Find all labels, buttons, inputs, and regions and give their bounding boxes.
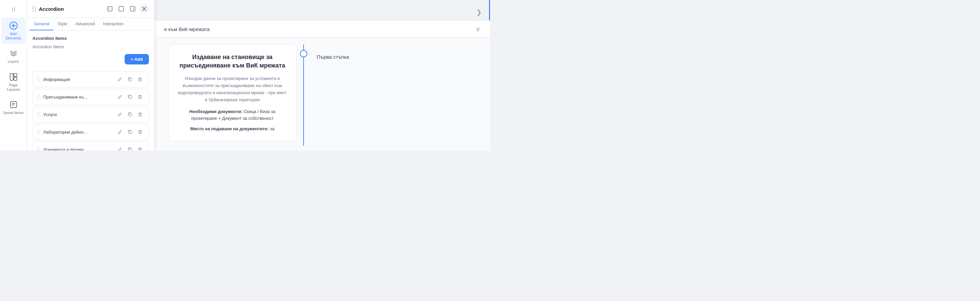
accordion-expanded-content: Издаване на становище за присъединяване … [155,38,490,150]
svg-rect-21 [139,96,142,98]
item-copy-button-5[interactable] [126,145,134,150]
card-place: Място на подаване на документите: за [177,125,288,133]
card-title: Издаване на становище за присъединяване … [177,53,288,70]
accordion-collapsed-row[interactable]: е към ВиК-мрежата ∨ [155,20,490,38]
dock-right-icon [130,6,136,12]
trash-icon [138,147,143,150]
svg-point-4 [12,11,13,11]
tab-advanced[interactable]: Advanced [71,18,99,30]
sidebar-item-add-elements[interactable]: Add Elements [2,17,25,44]
panel-actions [105,4,149,14]
add-accordion-item-button[interactable]: + Add [125,54,149,65]
item-delete-button-3[interactable] [136,110,145,119]
edit-icon [118,147,122,150]
dock-center-icon [118,6,124,12]
item-delete-button-1[interactable] [136,75,145,84]
svg-rect-27 [139,149,142,150]
tab-style[interactable]: Style [53,18,71,30]
timeline-area: Първа стъпка [296,44,349,60]
item-label-5: Документи и форму... [43,147,113,151]
edit-icon [118,95,122,99]
panel-title: Accordion [39,6,64,12]
canvas-chevron-right[interactable]: ❯ [476,8,482,16]
timeline-dot [300,50,307,57]
card-place-label: Място на подаване на документите: [190,126,269,131]
item-edit-button-1[interactable] [116,75,124,84]
drag-handle-area [2,3,25,16]
accordion-panel: Accordion [27,0,155,150]
main-canvas: ❯ е към ВиК-мрежата ∨ Издаване на станов… [155,0,490,150]
accordion-list-item: Услуги [32,106,149,122]
sidebar-item-page-layouts-label: Page Layouts [3,83,24,92]
svg-rect-11 [14,77,17,80]
panel-tabs: General Style Advanced Interaction [27,18,154,30]
item-delete-button-2[interactable] [136,92,145,101]
timeline-line [303,44,304,146]
item-copy-button-3[interactable] [126,110,134,119]
svg-rect-15 [119,6,124,11]
panel-content: Accordion Items Accordion Items + Add Ин… [27,30,154,150]
item-edit-button-3[interactable] [116,110,124,119]
panel-close-button[interactable] [140,4,149,14]
svg-rect-25 [139,131,142,134]
svg-rect-9 [10,74,13,80]
svg-rect-14 [107,6,110,11]
item-drag-handle-3[interactable] [37,112,41,117]
add-button-row: + Add [32,54,149,68]
item-copy-button-4[interactable] [126,128,134,136]
item-delete-button-5[interactable] [136,145,145,150]
item-drag-handle-5[interactable] [37,147,41,151]
item-drag-handle-1[interactable] [37,77,41,82]
sub-label: Accordion Items [32,44,149,49]
tab-general[interactable]: General [30,18,53,30]
item-drag-handle-4[interactable] [37,130,41,135]
copy-icon [128,95,132,99]
card-docs-label: Необходими документи: [189,109,243,114]
item-delete-button-4[interactable] [136,128,145,136]
panel-title-row: Accordion [32,6,64,12]
svg-rect-23 [139,113,142,116]
item-actions-1 [116,75,145,84]
svg-rect-20 [129,96,132,98]
item-edit-button-5[interactable] [116,145,124,150]
section-label: Accordion Items [32,36,149,41]
edit-icon [118,77,122,82]
copy-icon [128,147,132,150]
sidebar-item-layers[interactable]: Layers [2,45,25,67]
svg-point-5 [14,11,15,11]
saved-items-icon [9,100,18,109]
svg-point-2 [12,9,13,10]
edit-icon [118,112,122,117]
svg-rect-10 [14,74,17,77]
chevron-down-icon: ∨ [476,25,480,33]
item-copy-button-2[interactable] [126,92,134,101]
svg-point-3 [14,9,15,10]
sidebar-item-layers-label: Layers [8,59,19,64]
copy-icon [128,112,132,117]
add-elements-icon [9,21,18,30]
sidebar-item-saved-items[interactable]: Saved Items [2,97,25,119]
panel-view-btn-1[interactable] [105,4,115,14]
copy-icon [128,130,132,134]
panel-drag-handle[interactable] [32,6,36,11]
svg-rect-18 [129,78,132,81]
card-description: Изходни данни за проектиране за условият… [177,75,288,103]
svg-rect-19 [139,78,142,81]
dock-left-icon [107,6,113,12]
panel-view-btn-3[interactable] [128,4,137,14]
panel-view-btn-2[interactable] [116,4,126,14]
trash-icon [138,77,143,82]
item-label-3: Услуги [43,112,113,117]
panel-header: Accordion [27,0,154,18]
drag-dots-icon [11,7,16,12]
item-actions-3 [116,110,145,119]
item-copy-button-1[interactable] [126,75,134,84]
tab-interaction[interactable]: Interaction [99,18,128,30]
item-edit-button-4[interactable] [116,128,124,136]
trash-icon [138,95,143,99]
edit-icon [118,130,122,134]
sidebar-item-page-layouts[interactable]: Page Layouts [2,69,25,95]
item-drag-handle-2[interactable] [37,95,41,100]
item-edit-button-2[interactable] [116,92,124,101]
accordion-list-item: Документи и форму... [32,141,149,150]
